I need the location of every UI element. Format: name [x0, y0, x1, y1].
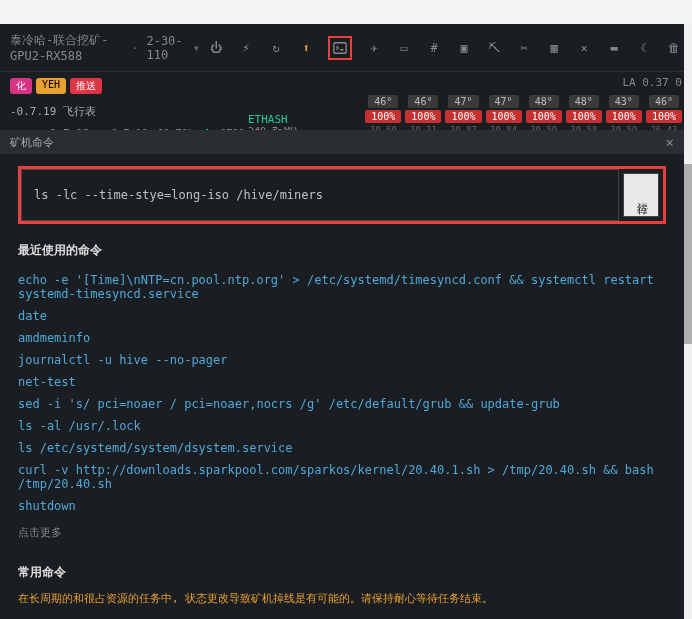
moon-icon[interactable]: ☾: [636, 40, 652, 56]
sys-version: -0.7.19 飞行表: [10, 104, 96, 119]
recent-command-item[interactable]: ls /etc/systemd/system/dsystem.service: [18, 437, 666, 459]
modal-body: 运行 最近使用的命令 echo -e '[Time]\nNTP=cn.pool.…: [0, 154, 684, 619]
recent-command-item[interactable]: shutdown: [18, 495, 666, 517]
gpu-temp: 47°: [448, 95, 478, 108]
gpu-temp: 43°: [609, 95, 639, 108]
la-label: LA: [622, 76, 635, 89]
gpu-stat-cell: 48° 100% 30.58: [566, 95, 602, 135]
recent-command-item[interactable]: date: [18, 305, 666, 327]
common-command-item[interactable]: nvidia-smi - 显示Nvidia显卡的相关信息: [18, 614, 666, 619]
gpu-stat-cell: 47° 100% 30.87: [445, 95, 481, 135]
warning-text: 在长周期的和很占资源的任务中, 状态更改导致矿机掉线是有可能的。请保持耐心等待任…: [18, 591, 666, 606]
gpu-stat-cell: 47° 100% 30.84: [486, 95, 522, 135]
gpu-temp: 48°: [529, 95, 559, 108]
browser-chrome: [0, 0, 692, 24]
recent-commands-title: 最近使用的命令: [18, 242, 666, 259]
recent-command-item[interactable]: curl -v http://downloads.sparkpool.com/s…: [18, 459, 666, 495]
common-commands-title: 常用命令: [18, 564, 666, 581]
algo-label: ETHASH: [248, 113, 288, 126]
gpu-fan-pct: 100%: [606, 110, 642, 123]
recent-command-item[interactable]: echo -e '[Time]\nNTP=cn.pool.ntp.org' > …: [18, 269, 666, 305]
gpu-fan-pct: 100%: [365, 110, 401, 123]
power-icon[interactable]: ⏻: [208, 40, 224, 56]
hash-icon[interactable]: #: [426, 40, 442, 56]
svg-rect-0: [334, 42, 346, 53]
modal-header: 矿机命令 ✕: [0, 130, 684, 154]
badge-1[interactable]: 化: [10, 78, 32, 94]
close-icon[interactable]: ✕: [666, 134, 674, 150]
toolbar: ⏻ ⚡ ↻ ⬆ ✈ ▭ # ▣ ⛏ ✂ ▦ ✕ ▬ ☾ 🗑: [208, 36, 682, 60]
modal-title: 矿机命令: [10, 135, 54, 150]
bug-icon[interactable]: ✂: [516, 40, 532, 56]
gpu-stats-bar: 46° 100% 30.6046° 100% 30.3147° 100% 30.…: [365, 95, 682, 135]
separator: ·: [131, 41, 138, 55]
gpu-stat-cell: 46° 100% 30.60: [365, 95, 401, 135]
recent-command-item[interactable]: amdmeminfo: [18, 327, 666, 349]
badge-3[interactable]: 推送: [70, 78, 102, 94]
load-average: LA 0.37 0: [622, 76, 682, 89]
header: 泰冷哈-联合挖矿-GPU2-RX588 · 2-30-110 ▾ ⏻ ⚡ ↻ ⬆…: [0, 24, 692, 72]
gpu-temp: 47°: [489, 95, 519, 108]
terminal-icon[interactable]: [328, 36, 352, 60]
refresh-icon[interactable]: ↻: [268, 40, 284, 56]
tools-icon[interactable]: ✕: [576, 40, 592, 56]
gpu-fan-pct: 100%: [526, 110, 562, 123]
gpu-stat-cell: 46° 100% 26.43: [646, 95, 682, 135]
gpu-fan-pct: 100%: [405, 110, 441, 123]
command-input-wrap: 运行: [18, 166, 666, 224]
bolt-icon[interactable]: ⚡: [238, 40, 254, 56]
gpu-fan-pct: 100%: [646, 110, 682, 123]
gpu-fan-pct: 100%: [486, 110, 522, 123]
dropdown-indicator[interactable]: ▾: [193, 41, 200, 55]
gpu-temp: 46°: [649, 95, 679, 108]
upload-icon[interactable]: ⬆: [298, 40, 314, 56]
trash-icon[interactable]: 🗑: [666, 40, 682, 56]
gpu-temp: 46°: [408, 95, 438, 108]
la-value: 0.37 0: [642, 76, 682, 89]
gpu-temp: 46°: [368, 95, 398, 108]
gpu-fan-pct: 100%: [566, 110, 602, 123]
badge-2[interactable]: YEH: [36, 78, 66, 94]
gpu-fan-pct: 100%: [445, 110, 481, 123]
run-button[interactable]: 运行: [623, 173, 659, 217]
recent-commands-list: echo -e '[Time]\nNTP=cn.pool.ntp.org' > …: [18, 269, 666, 517]
scrollbar[interactable]: [684, 24, 692, 619]
recent-command-item[interactable]: sed -i 's/ pci=noaer / pci=noaer,nocrs /…: [18, 393, 666, 415]
gpu-stat-cell: 48° 100% 30.59: [526, 95, 562, 135]
plane-icon[interactable]: ✈: [366, 40, 382, 56]
gpu-stat-cell: 43° 100% 30.59: [606, 95, 642, 135]
command-input[interactable]: [21, 169, 619, 221]
rig-id: 2-30-110: [146, 34, 184, 62]
minimize-icon[interactable]: ▬: [606, 40, 622, 56]
common-commands-list: nvidia-smi - 显示Nvidia显卡的相关信息nvtool --clo…: [18, 614, 666, 619]
case-icon[interactable]: ▭: [396, 40, 412, 56]
rig-name: 泰冷哈-联合挖矿-GPU2-RX588: [10, 32, 123, 63]
recent-command-item[interactable]: net-test: [18, 371, 666, 393]
more-link[interactable]: 点击更多: [18, 517, 666, 548]
pick-icon[interactable]: ⛏: [486, 40, 502, 56]
gpu-stat-cell: 46° 100% 30.31: [405, 95, 441, 135]
gpu-temp: 48°: [569, 95, 599, 108]
recent-command-item[interactable]: journalctl -u hive --no-pager: [18, 349, 666, 371]
chart-icon[interactable]: ▣: [456, 40, 472, 56]
scrollbar-thumb[interactable]: [684, 164, 692, 344]
grid-icon[interactable]: ▦: [546, 40, 562, 56]
recent-command-item[interactable]: ls -al /usr/.lock: [18, 415, 666, 437]
